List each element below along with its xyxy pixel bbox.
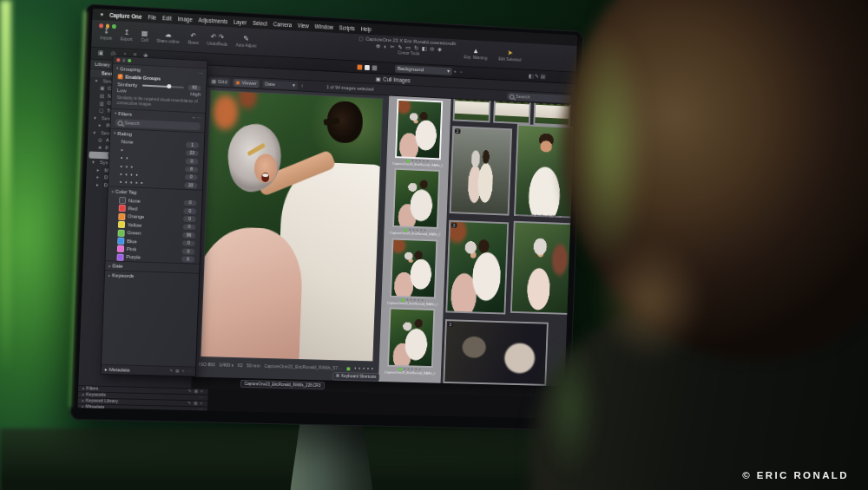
cursor-tool-icon[interactable]: ✎ <box>398 44 402 51</box>
library-header[interactable]: Library <box>95 62 110 69</box>
enable-groups-checkbox[interactable]: ✓ <box>118 74 123 79</box>
app-screen: ● Capture OneFileEditImageAdjustmentsLay… <box>77 9 577 419</box>
layer-select[interactable]: Background ▾ <box>395 65 452 75</box>
colortag-row-label: Purple <box>126 254 141 260</box>
grid-thumbnail[interactable]: CaptureOne23_EricRonald_RAWs_655.CR3 <box>514 124 575 219</box>
toolbar-button-icon: ↶ <box>190 32 196 40</box>
color-swatch <box>118 229 125 236</box>
menu-item[interactable]: File <box>148 14 156 21</box>
cursor-tools-label: Cursor Tools <box>398 51 419 56</box>
filmstrip-thumbnail[interactable]: ● ● ● ● ● CaptureOne23_EricRonald_RAWs_5… <box>382 307 440 376</box>
layer-chip-white[interactable] <box>365 64 370 69</box>
filmstrip-thumbnail[interactable]: ● ● ● ● ● CaptureOne23_EricRonald_RAWs_5… <box>385 238 443 306</box>
more-icon[interactable]: ⋯ <box>198 70 203 76</box>
cursor-tool-icon[interactable]: ◧ <box>422 45 427 52</box>
toolbar-button[interactable]: ✎ Auto Adjust <box>236 35 257 49</box>
menu-item[interactable]: Help <box>360 26 372 33</box>
group-count-badge[interactable]: 3 <box>448 322 453 327</box>
sort-direction-button[interactable]: ↑ <box>301 82 304 88</box>
color-swatch <box>117 245 124 252</box>
thumbnail-photo[interactable] <box>387 308 435 369</box>
cursor-tool-icon[interactable]: ↻ <box>414 45 418 52</box>
cursor-tool-icon[interactable]: ▭ <box>405 44 411 51</box>
zoom-icon[interactable] <box>128 59 131 62</box>
rating-row-count: 8 <box>185 167 198 173</box>
layer-chip-gray[interactable] <box>372 65 378 70</box>
search-input[interactable] <box>507 92 571 102</box>
thumbnail-photo[interactable] <box>392 168 440 229</box>
chevron-right-icon: ▸ <box>108 273 110 278</box>
grid-thumbnail[interactable]: 2 <box>450 126 513 216</box>
colortag-row-count: 0 <box>183 216 196 222</box>
add-filter-icons[interactable]: + ⋯ <box>192 114 201 121</box>
apple-logo-icon[interactable]: ● <box>100 11 103 17</box>
grid-thumbnail[interactable]: 3 <box>443 319 548 386</box>
exposure-warning-button[interactable]: ▲ Exp. Warning <box>464 47 487 61</box>
layer-chip-orange[interactable] <box>357 64 362 69</box>
toolbar-button-icon: ↧ <box>103 27 109 35</box>
menu-item[interactable]: Camera <box>273 21 293 28</box>
menu-item[interactable]: Adjustments <box>198 16 227 24</box>
cursor-tool-icon[interactable]: ◐ <box>384 43 387 49</box>
subbar-right-icons[interactable]: ◧ ✎ ▤ <box>529 72 546 79</box>
scene: ● Capture OneFileEditImageAdjustmentsLay… <box>0 0 868 490</box>
toolbar-button[interactable]: ↶ Reset <box>187 32 199 46</box>
grid-thumbnail[interactable] <box>510 221 573 315</box>
similarity-slider[interactable] <box>141 84 184 88</box>
keyboard-shortcuts-button[interactable]: ⌘ Keyboard Shortcuts <box>332 372 379 382</box>
grid-view-button[interactable]: ▦ Grid <box>208 77 229 86</box>
thumbnail-photo <box>516 126 575 217</box>
menu-item[interactable]: View <box>298 23 309 29</box>
menu-item[interactable]: Layer <box>233 19 247 26</box>
sidebar-item-icon: ▸ <box>96 182 102 188</box>
close-icon[interactable] <box>116 58 120 62</box>
edit-selected-button[interactable]: ➤ Edit Selected <box>498 49 522 62</box>
thumbnail-photo[interactable] <box>390 238 437 298</box>
menu-item[interactable]: Window <box>314 23 333 30</box>
remove-layer-button[interactable]: − <box>460 69 464 75</box>
rating-row-count: 0 <box>185 174 198 180</box>
toolbar-button[interactable]: ↶ ↷ Undo/Redo <box>207 33 227 48</box>
filmstrip-thumbnail[interactable]: ● ● ● ● ● CaptureOne23_EricRonald_RAWs_5… <box>390 99 448 168</box>
group-count-badge[interactable]: 2 <box>455 128 460 134</box>
grid-thumbnail[interactable]: 3 <box>445 220 509 315</box>
viewer-photo[interactable] <box>201 90 382 361</box>
menu-item[interactable]: Capture One <box>109 12 142 20</box>
toolbar-button[interactable]: ↥ Export <box>121 28 133 42</box>
minimize-icon[interactable] <box>122 59 126 62</box>
menu-item[interactable]: Image <box>177 16 192 23</box>
thumbnail-photo[interactable] <box>395 99 443 160</box>
toolbar-button[interactable]: ▦ Cull <box>141 29 148 43</box>
browser-search <box>507 92 571 102</box>
cursor-tool-icon[interactable]: ⊙ <box>430 46 434 53</box>
tool-tab-icon[interactable]: ▣ <box>98 50 104 57</box>
metadata-section-header[interactable]: ▸ Metadata ✎ ▦ ≡ ⋯ <box>102 364 195 376</box>
grid-thumbnail[interactable] <box>493 99 531 125</box>
toolbar-button-icon: ↥ <box>124 29 130 36</box>
sidebar-item-icon: ▾ <box>94 114 99 121</box>
section-action-icons[interactable]: ⋯ <box>198 408 203 412</box>
rating-row-label: ● ● <box>121 156 129 160</box>
cursor-tool-icon[interactable]: ✂ <box>390 43 394 50</box>
cursor-tool-icon[interactable]: ⊕ <box>376 42 380 49</box>
menu-item[interactable]: Select <box>253 20 267 27</box>
cursor-tool-icon[interactable]: ◈ <box>437 46 442 52</box>
filmstrip-thumbnail[interactable]: ● ● ● ● ● CaptureOne23_EricRonald_RAWs_5… <box>387 168 445 238</box>
section-action-icons[interactable]: ⋯ <box>199 395 204 400</box>
metadata-action-icons[interactable]: ✎ ▦ ≡ ⋯ <box>169 369 192 374</box>
colortag-row-count: 0 <box>181 257 194 263</box>
menu-item[interactable]: Edit <box>162 15 172 22</box>
sort-select[interactable]: Date ▾ <box>262 80 298 89</box>
viewer-view-button[interactable]: ▣ Viewer <box>233 78 260 87</box>
sidebar-item-icon: ▤ <box>100 93 105 99</box>
warning-triangle-icon: ▲ <box>472 47 479 55</box>
color-swatch <box>117 238 124 245</box>
menu-item[interactable]: Scripts <box>339 24 356 31</box>
toolbar-button[interactable]: ↧ Import <box>100 27 112 41</box>
toolbar-button[interactable]: ☁ Share online <box>156 30 180 45</box>
group-count-badge[interactable]: 3 <box>451 223 457 228</box>
add-layer-button[interactable]: + <box>454 69 457 75</box>
rating-dots[interactable]: ● ● ● ● ● <box>354 367 374 371</box>
grid-thumbnail[interactable] <box>453 99 491 122</box>
green-color-tag[interactable] <box>347 367 351 370</box>
